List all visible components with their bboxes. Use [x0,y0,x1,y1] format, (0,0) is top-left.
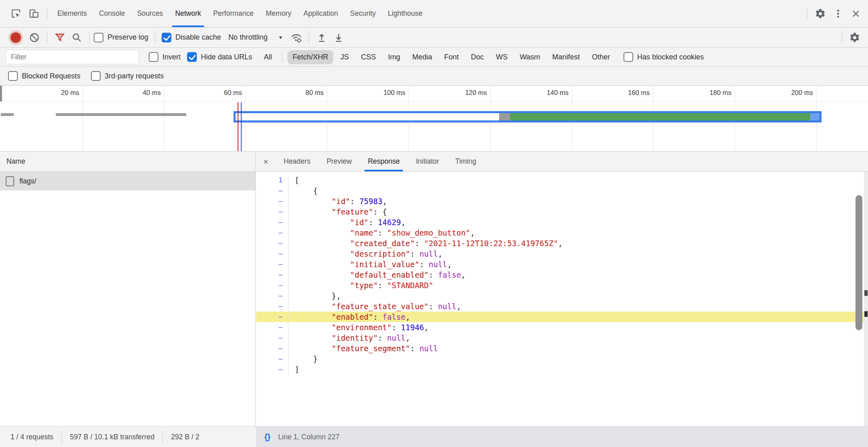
record-network-log-button[interactable] [11,32,21,43]
device-toolbar-icon[interactable] [25,5,43,23]
network-overview-timeline[interactable]: 20 ms40 ms60 ms80 ms100 ms120 ms140 ms16… [0,86,868,152]
hide-data-urls-label: Hide data URLs [201,53,252,61]
blocked-requests-checkbox[interactable] [8,71,18,81]
code-text: }, [289,291,341,301]
type-filter-js[interactable]: JS [335,50,354,64]
tab-timing[interactable]: Timing [449,152,483,171]
bar-segment-content-download [510,113,810,120]
type-filter-wasm[interactable]: Wasm [514,50,545,64]
close-detail-icon[interactable]: × [256,157,276,167]
tab-sources[interactable]: Sources [131,0,169,27]
overview-request-bar[interactable] [1,113,14,116]
timeline-tick-label: 120 ms [426,89,487,97]
name-column-header: Name [6,157,25,166]
detail-tabs: HeadersPreviewResponseInitiatorTiming [276,152,484,171]
dom-content-loaded-event-line [241,102,242,151]
line-number-gutter: – [256,249,289,259]
has-blocked-cookies-checkbox[interactable] [624,52,633,62]
tab-lighthouse[interactable]: Lighthouse [382,0,429,27]
tab-memory[interactable]: Memory [260,0,297,27]
settings-gear-icon[interactable] [811,5,829,23]
code-line: – "description": null, [256,249,868,259]
type-filter-doc[interactable]: Doc [466,50,489,64]
type-filter-manifest[interactable]: Manifest [547,50,585,64]
throttling-select[interactable]: No throttling ▼ [228,33,283,42]
code-lines: 1[– {– "id": 75983,– "feature": {– "id":… [256,175,868,375]
clear-network-log-icon[interactable] [26,29,43,46]
line-number-gutter: – [256,354,289,364]
pretty-print-icon[interactable]: {} [264,432,270,442]
type-filter-all[interactable]: All [259,50,277,64]
network-conditions-icon[interactable] [288,29,305,46]
devtools-main-tabbar: ElementsConsoleSourcesNetworkPerformance… [0,0,868,27]
overview-selected-request-bar[interactable] [234,111,822,122]
tab-headers[interactable]: Headers [277,152,317,171]
code-text: "type": "STANDARD" [289,280,433,291]
blocked-requests-label: Blocked Requests [22,72,80,80]
export-har-icon[interactable] [330,29,347,46]
type-filter-other[interactable]: Other [587,50,615,64]
tab-application[interactable]: Application [297,0,344,27]
line-number-gutter: – [256,312,289,322]
request-name: flags/ [19,177,36,186]
bar-segment-waiting [236,113,499,120]
disable-cache-checkbox[interactable] [162,33,171,42]
ruler-origin-tick [0,86,2,101]
code-line: – "name": "show_demo_button", [256,228,868,238]
code-line: – "identity": null, [256,333,868,343]
tab-initiator[interactable]: Initiator [409,152,445,171]
network-settings-gear-icon[interactable] [846,29,863,46]
type-filter-css[interactable]: CSS [356,50,381,64]
code-line-highlighted: – "enabled": false, [256,312,868,322]
close-devtools-icon[interactable] [847,5,865,23]
import-har-icon[interactable] [313,29,330,46]
tab-preview[interactable]: Preview [320,152,358,171]
cursor-position: Line 1, Column 227 [278,433,339,441]
line-number-gutter: – [256,259,289,270]
requests-table-header[interactable]: Name [0,152,255,172]
code-line: – "type": "STANDARD" [256,280,868,291]
tab-security[interactable]: Security [344,0,382,27]
inspect-element-icon[interactable] [7,5,25,23]
overview-request-bar[interactable] [56,113,186,116]
third-party-requests-checkbox[interactable] [91,71,101,81]
code-line: – "feature_segment": null [256,343,868,354]
divider [155,32,155,43]
hide-data-urls-checkbox[interactable] [187,52,197,62]
divider [282,51,282,63]
divider [842,32,842,43]
timeline-tick-label: 60 ms [181,89,242,97]
table-row-request[interactable]: flags/ [0,172,255,190]
code-text: [ [289,175,299,186]
preserve-log-checkbox[interactable] [94,33,103,42]
filter-input[interactable] [6,50,139,64]
divider [162,431,163,443]
search-icon[interactable] [68,29,85,46]
type-filter-fetch-xhr[interactable]: Fetch/XHR [287,50,333,64]
code-line: – "feature_state_value": null, [256,301,868,312]
timeline-tick-label: 140 ms [508,89,569,97]
tab-elements[interactable]: Elements [51,0,93,27]
tab-console[interactable]: Console [93,0,131,27]
more-options-icon[interactable] [829,5,847,23]
code-text: "feature_segment": null [289,343,438,354]
invert-checkbox[interactable] [149,52,158,62]
type-filter-img[interactable]: Img [383,50,405,64]
code-line: – } [256,354,868,364]
tab-performance[interactable]: Performance [207,0,260,27]
disable-cache-label: Disable cache [175,33,221,42]
filter-funnel-icon[interactable] [51,29,68,46]
line-number-gutter: – [256,270,289,280]
line-number-gutter: – [256,343,289,354]
type-filter-ws[interactable]: WS [491,50,513,64]
type-filter-media[interactable]: Media [407,50,437,64]
timeline-gridline [164,86,164,151]
requests-list: flags/ [0,172,255,190]
detail-tabbar: × HeadersPreviewResponseInitiatorTiming [256,152,868,172]
tab-network[interactable]: Network [169,0,207,27]
response-body-viewer[interactable]: 1[– {– "id": 75983,– "feature": {– "id":… [256,172,868,426]
tab-response[interactable]: Response [361,152,406,171]
resources-size: 292 B / 2 [171,433,199,441]
vertical-scrollbar[interactable] [855,195,862,330]
type-filter-font[interactable]: Font [439,50,464,64]
